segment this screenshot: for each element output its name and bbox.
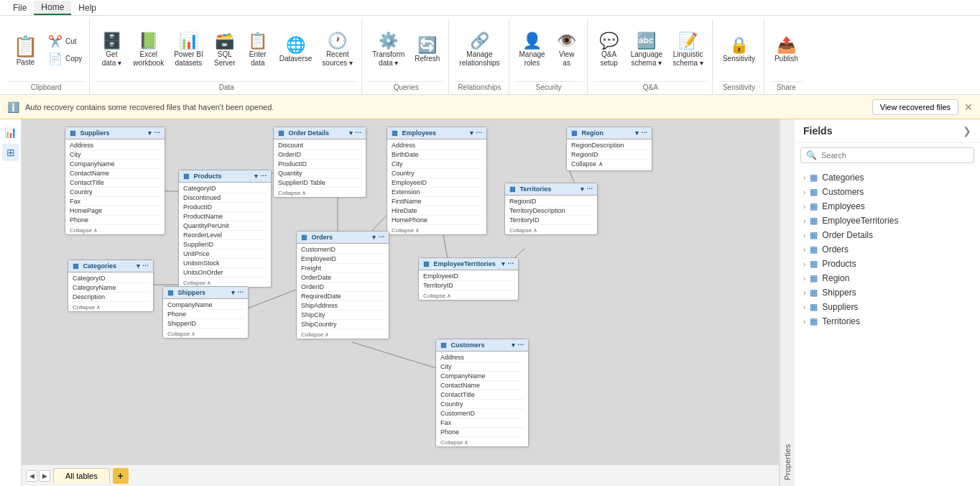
manage-roles-button[interactable]: 👤Manageroles	[515, 31, 550, 70]
power-bi-datasets-button[interactable]: 📊Power BIdatasets	[170, 31, 208, 70]
side-icon-report[interactable]: 📊	[2, 124, 19, 141]
fields-header: Fields ❯	[795, 119, 980, 143]
field-item-orders[interactable]: › ▦ Orders	[795, 242, 980, 257]
transform-data-button[interactable]: ⚙️Transformdata ▾	[368, 31, 409, 70]
tab-prev-arrow[interactable]: ◀	[26, 470, 37, 482]
field-label-employee-territories: EmployeeTerritories	[822, 216, 898, 226]
tab-all-tables[interactable]: All tables	[53, 468, 110, 483]
fields-collapse-button[interactable]: ❯	[963, 125, 971, 137]
field-item-categories[interactable]: › ▦ Categories	[795, 170, 980, 185]
table-icon-shippers: ▦	[810, 288, 818, 298]
table-region[interactable]: ▦ Region ▾ ⋯ RegionDescription RegionID …	[566, 127, 652, 171]
svg-line-9	[352, 342, 445, 371]
menu-home[interactable]: Home	[34, 1, 71, 15]
expand-arrow-customers: ›	[803, 188, 805, 196]
field-item-customers[interactable]: › ▦ Customers	[795, 185, 980, 199]
table-header-order-details: ▦ Order Details ▾ ⋯	[274, 127, 366, 139]
field-label-orders: Orders	[822, 244, 849, 255]
field-item-products[interactable]: › ▦ Products	[795, 257, 980, 271]
table-shippers[interactable]: ▦ Shippers ▾ ⋯ CompanyName Phone Shipper…	[162, 286, 249, 339]
refresh-button[interactable]: 🔄Refresh	[410, 35, 444, 65]
field-label-employees: Employees	[822, 201, 864, 211]
table-header-employees: ▦ Employees ▾ ⋯	[387, 127, 486, 139]
copy-button[interactable]: 📄Copy	[45, 50, 85, 67]
expand-arrow-employee-territories: ›	[803, 217, 805, 225]
table-icon-territories: ▦	[810, 316, 818, 326]
sensitivity-label: Sensitivity	[718, 81, 759, 93]
table-territories[interactable]: ▦ Territories ▾ ⋯ RegionID TerritoryDesc…	[504, 183, 598, 235]
fields-panel: Properties Fields ❯ 🔍 › ▦ Categories	[779, 119, 980, 486]
data-label: Data	[96, 81, 357, 93]
info-bar: ℹ️ Auto recovery contains some recovered…	[0, 95, 980, 119]
publish-button[interactable]: 📤Publish	[770, 35, 803, 65]
field-label-shippers: Shippers	[822, 288, 856, 298]
field-item-region[interactable]: › ▦ Region	[795, 271, 980, 285]
menu-help[interactable]: Help	[71, 1, 103, 14]
field-label-territories: Territories	[822, 316, 860, 326]
fields-list: › ▦ Categories › ▦ Customers › ▦ Employe…	[795, 168, 980, 486]
menu-bar: File Home Help	[0, 0, 980, 16]
table-order-details[interactable]: ▦ Order Details ▾ ⋯ Discount OrderID Pro…	[273, 127, 366, 198]
dataverse-button[interactable]: 🌐Dataverse	[275, 35, 317, 65]
field-item-employee-territories[interactable]: › ▦ EmployeeTerritories	[795, 214, 980, 228]
expand-arrow-order-details: ›	[803, 231, 805, 239]
share-label: Share	[770, 81, 803, 93]
table-header-suppliers: ▦ Suppliers ▾ ⋯	[65, 127, 165, 139]
ribbon-group-relationships: 🔗Managerelationships Relationships	[450, 19, 509, 94]
view-as-button[interactable]: 👁️Viewas	[551, 31, 583, 70]
linguistic-schema-button[interactable]: 📝Linguisticschema ▾	[668, 31, 708, 70]
recent-sources-button[interactable]: 🕐Recentsources ▾	[318, 31, 357, 70]
clipboard-label: Clipboard	[7, 81, 85, 93]
expand-arrow-orders: ›	[803, 246, 805, 254]
table-employees[interactable]: ▦ Employees ▾ ⋯ Address BirthDate City C…	[387, 127, 487, 235]
table-icon-suppliers: ▦	[810, 302, 818, 312]
language-schema-button[interactable]: 🔤Languageschema ▾	[627, 31, 667, 70]
canvas-area[interactable]: ▦ Suppliers ▾ ⋯ Address City CompanyName…	[22, 119, 779, 486]
info-message: Auto recovery contains some recovered fi…	[25, 103, 274, 111]
table-header-orders: ▦ Orders ▾ ⋯	[297, 231, 389, 244]
view-recovered-button[interactable]: View recovered files	[872, 99, 958, 115]
table-customers[interactable]: ▦ Customers ▾ ⋯ Address City CompanyName…	[435, 339, 529, 447]
info-icon: ℹ️	[7, 101, 19, 113]
ribbon: 📋 Paste ✂️Cut 📄Copy Clipboard 🗄️Getda	[0, 16, 980, 95]
side-icon-data[interactable]: ⊞	[2, 144, 19, 161]
ribbon-group-clipboard: 📋 Paste ✂️Cut 📄Copy Clipboard	[3, 19, 90, 94]
get-data-button[interactable]: 🗄️Getdata ▾	[96, 31, 127, 70]
table-icon-order-details: ▦	[810, 230, 818, 240]
table-categories[interactable]: ▦ Categories ▾ ⋯ CategoryID CategoryName…	[68, 260, 154, 312]
properties-label[interactable]: Properties	[780, 119, 795, 486]
field-item-shippers[interactable]: › ▦ Shippers	[795, 285, 980, 300]
close-info-button[interactable]: ✕	[964, 101, 973, 113]
field-item-suppliers[interactable]: › ▦ Suppliers	[795, 300, 980, 314]
table-employee-territories[interactable]: ▦ EmployeeTerritories ▾ ⋯ EmployeeID Ter…	[418, 257, 519, 301]
main-layout: 📊 ⊞	[0, 119, 980, 486]
qa-label: Q&A	[593, 81, 708, 93]
fields-search-input[interactable]	[800, 147, 974, 163]
add-tab-button[interactable]: +	[113, 468, 129, 484]
sql-server-button[interactable]: 🗃️SQLServer	[209, 31, 241, 70]
cut-button[interactable]: ✂️Cut	[45, 33, 85, 50]
tab-next-arrow[interactable]: ▶	[39, 470, 50, 482]
table-icon-products: ▦	[810, 259, 818, 269]
menu-file[interactable]: File	[6, 1, 34, 14]
field-item-employees[interactable]: › ▦ Employees	[795, 199, 980, 214]
field-item-territories[interactable]: › ▦ Territories	[795, 314, 980, 329]
enter-data-button[interactable]: 📋Enterdata	[242, 31, 274, 70]
sensitivity-button[interactable]: 🔒Sensitivity	[718, 35, 759, 65]
table-header-categories: ▦ Categories ▾ ⋯	[68, 260, 153, 272]
field-label-order-details: Order Details	[822, 230, 873, 240]
search-icon: 🔍	[806, 150, 817, 160]
table-suppliers[interactable]: ▦ Suppliers ▾ ⋯ Address City CompanyName…	[65, 127, 165, 235]
expand-arrow-shippers: ›	[803, 289, 805, 297]
table-icon-region: ▦	[810, 273, 818, 283]
excel-workbook-button[interactable]: 📗Excelworkbook	[129, 31, 168, 70]
table-orders[interactable]: ▦ Orders ▾ ⋯ CustomerID EmployeeID Freig…	[296, 231, 389, 339]
qa-setup-button[interactable]: 💬Q&Asetup	[593, 31, 625, 70]
field-label-customers: Customers	[822, 187, 864, 197]
table-products[interactable]: ▦ Products ▾ ⋯ CategoryID Discontinued P…	[178, 170, 272, 288]
paste-button[interactable]: 📋 Paste	[7, 32, 44, 68]
tab-nav-arrows: ◀ ▶	[26, 470, 50, 482]
table-header-products: ▦ Products ▾ ⋯	[179, 170, 271, 183]
manage-relationships-button[interactable]: 🔗Managerelationships	[455, 31, 504, 70]
field-item-order-details[interactable]: › ▦ Order Details	[795, 228, 980, 242]
